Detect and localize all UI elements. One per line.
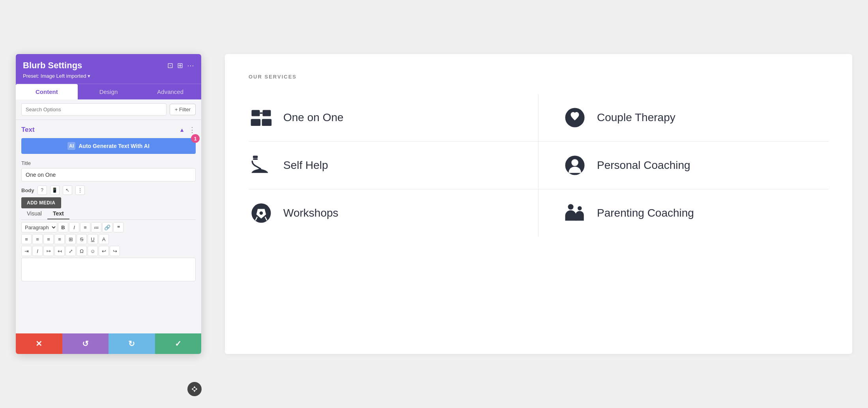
list-item: Personal Coaching xyxy=(539,142,829,189)
svg-rect-1 xyxy=(263,110,271,116)
toolbar-row-3: ⇥ I ↦ ↤ ⤢ Ω ☺ ↩ ↪ xyxy=(21,246,196,256)
underline-button[interactable]: U xyxy=(88,234,98,244)
bold-button[interactable]: B xyxy=(58,222,68,232)
table-button[interactable]: ⊞ xyxy=(65,234,76,244)
tab-advanced[interactable]: Advanced xyxy=(139,84,201,99)
indent-out-button[interactable]: ↤ xyxy=(54,246,65,256)
service-name: Self Help xyxy=(283,159,328,172)
mobile-icon[interactable]: 📱 xyxy=(50,185,60,195)
svg-point-12 xyxy=(568,204,574,210)
service-name: One on One xyxy=(283,111,344,124)
align-left-button[interactable]: ≡ xyxy=(21,234,32,244)
svg-point-13 xyxy=(578,206,582,211)
panel-preset: Preset: Image Left imported ▾ xyxy=(23,73,194,79)
ol-button[interactable]: ≔ xyxy=(91,222,101,232)
tab-text[interactable]: Text xyxy=(47,208,69,219)
chevron-up-icon[interactable]: ▲ xyxy=(179,127,185,133)
ul-button[interactable]: ≡ xyxy=(80,222,90,232)
italic-button[interactable]: I xyxy=(69,222,79,232)
italic2-button[interactable]: I xyxy=(32,246,43,256)
filter-button[interactable]: + Filter xyxy=(170,104,196,115)
align-right-button[interactable]: ≡ xyxy=(43,234,54,244)
section-dots-icon[interactable]: ⋮ xyxy=(189,125,196,134)
expand-button[interactable]: ⤢ xyxy=(65,246,76,256)
svg-rect-7 xyxy=(253,156,258,158)
indent-in-button[interactable]: ↦ xyxy=(43,246,54,256)
body-editor[interactable] xyxy=(21,258,196,281)
section-label: Text xyxy=(21,126,35,134)
cancel-button[interactable]: ✕ xyxy=(16,333,62,354)
redo2-button[interactable]: ↪ xyxy=(110,246,120,256)
ai-badge: 1 xyxy=(191,134,200,143)
visual-text-tabs: Visual Text xyxy=(21,208,196,220)
dots-icon[interactable]: ⋮ xyxy=(75,185,85,195)
panel-header: Blurb Settings ⊡ ⊞ ⋯ Preset: Image Left … xyxy=(16,54,201,84)
strikethrough-button[interactable]: S xyxy=(77,234,87,244)
blurb-settings-panel: Blurb Settings ⊡ ⊞ ⋯ Preset: Image Left … xyxy=(16,54,201,354)
align-center-button[interactable]: ≡ xyxy=(32,234,43,244)
drag-handle[interactable] xyxy=(187,382,202,396)
indent-button[interactable]: ⇥ xyxy=(21,246,32,256)
panel-header-icons: ⊡ ⊞ ⋯ xyxy=(167,61,194,70)
services-label: OUR SERVICES xyxy=(249,74,829,80)
search-input[interactable] xyxy=(21,103,166,116)
couple-therapy-icon xyxy=(562,105,587,130)
panel-title: Blurb Settings xyxy=(23,60,82,71)
list-item: Couple Therapy xyxy=(539,94,829,142)
font-color-button[interactable]: A xyxy=(99,234,109,244)
list-item: Self Help xyxy=(249,142,539,189)
service-name: Couple Therapy xyxy=(597,111,675,124)
more-icon[interactable]: ⋯ xyxy=(187,61,194,70)
undo2-button[interactable]: ↩ xyxy=(99,246,109,256)
title-label: Title xyxy=(21,160,196,166)
panel-body: + Filter Text ▲ ⋮ AI Auto Generate Text … xyxy=(16,99,201,333)
list-item: Parenting Coaching xyxy=(539,189,829,237)
parenting-coaching-icon xyxy=(562,200,587,226)
search-row: + Filter xyxy=(16,99,201,120)
text-section: Text ▲ ⋮ AI Auto Generate Text With AI 1… xyxy=(16,120,201,281)
list-item: Workshops xyxy=(249,189,539,237)
svg-point-9 xyxy=(571,159,578,166)
omega-button[interactable]: Ω xyxy=(77,246,87,256)
svg-rect-0 xyxy=(252,110,260,116)
align-justify-button[interactable]: ≡ xyxy=(54,234,65,244)
save-button[interactable]: ✓ xyxy=(155,333,202,354)
tab-design[interactable]: Design xyxy=(78,84,140,99)
toolbar-row-2: ≡ ≡ ≡ ≡ ⊞ S U A xyxy=(21,234,196,244)
quote-button[interactable]: ❝ xyxy=(113,222,123,232)
paragraph-select[interactable]: Paragraph Heading 1 Heading 2 xyxy=(21,222,57,232)
section-actions: ▲ ⋮ xyxy=(179,125,196,134)
svg-rect-3 xyxy=(251,119,261,126)
fullscreen-icon[interactable]: ⊡ xyxy=(167,61,173,70)
panel-tabs: Content Design Advanced xyxy=(16,84,201,99)
services-panel: OUR SERVICES One on One xyxy=(225,54,852,354)
service-name: Parenting Coaching xyxy=(597,207,694,219)
one-on-one-icon xyxy=(249,105,274,130)
title-input[interactable] xyxy=(21,168,196,182)
self-help-icon xyxy=(249,153,274,178)
workshops-icon xyxy=(249,200,274,226)
tab-content[interactable]: Content xyxy=(16,84,78,99)
service-name: Personal Coaching xyxy=(597,159,690,172)
undo-button[interactable]: ↺ xyxy=(62,333,109,354)
help-icon[interactable]: ? xyxy=(37,185,47,195)
service-name: Workshops xyxy=(283,207,339,219)
ai-generate-button[interactable]: AI Auto Generate Text With AI xyxy=(21,138,196,154)
add-media-button[interactable]: ADD MEDIA xyxy=(21,197,61,208)
redo-button[interactable]: ↻ xyxy=(108,333,155,354)
svg-rect-6 xyxy=(253,159,258,160)
personal-coaching-icon xyxy=(562,153,587,178)
emoji-button[interactable]: ☺ xyxy=(88,246,98,256)
link-button[interactable]: 🔗 xyxy=(102,222,112,232)
cursor-icon[interactable]: ↖ xyxy=(63,185,72,195)
services-grid: One on One Couple Therapy xyxy=(249,94,829,237)
ai-icon: AI xyxy=(67,142,75,150)
svg-point-11 xyxy=(260,211,263,215)
panel-footer: ✕ ↺ ↻ ✓ xyxy=(16,333,201,354)
list-item: One on One xyxy=(249,94,539,142)
toolbar-row-1: Paragraph Heading 1 Heading 2 B I ≡ ≔ 🔗 … xyxy=(21,222,196,232)
body-row: Body ? 📱 ↖ ⋮ xyxy=(21,185,196,195)
tab-visual[interactable]: Visual xyxy=(21,208,47,219)
split-icon[interactable]: ⊞ xyxy=(177,61,183,70)
body-label: Body xyxy=(21,187,34,193)
